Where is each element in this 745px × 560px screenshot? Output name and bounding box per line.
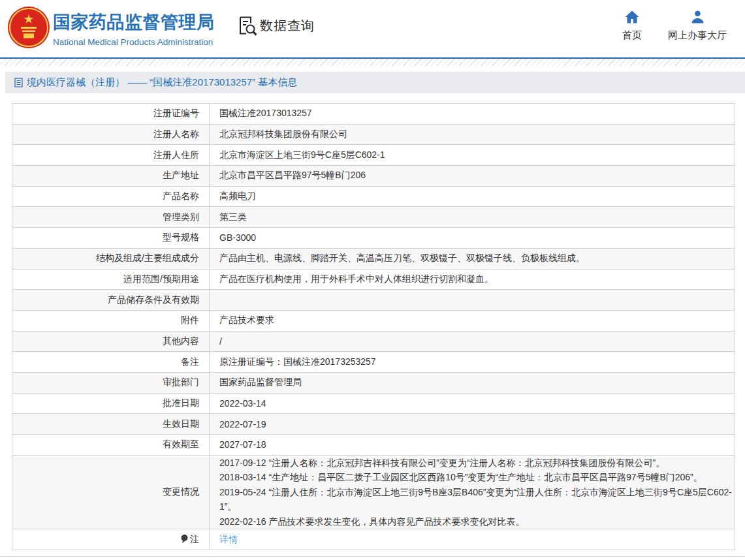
brand: 国家药品监督管理局 National Medical Products Admi… <box>53 10 215 47</box>
detail-link[interactable]: 详情 <box>219 534 238 544</box>
table-row: 管理类别第三类 <box>12 207 735 228</box>
table-row: 适用范围/预期用途产品在医疗机构使用，用于外科手术中对人体组织进行切割和凝血。 <box>12 269 735 290</box>
row-label: 其他内容 <box>12 331 210 352</box>
document-icon <box>14 78 23 87</box>
row-label: 产品名称 <box>12 186 210 207</box>
row-value: GB-3000 <box>210 228 735 249</box>
row-label: 产品储存条件及有效期 <box>12 290 210 311</box>
row-value: 高频电刀 <box>210 186 735 207</box>
page-title-bar: 境内医疗器械（注册） —— “国械注准20173013257” 基本信息 <box>5 72 745 93</box>
row-value: 原注册证编号：国械注准20173253257 <box>210 352 735 373</box>
note-balloon-icon <box>181 535 188 543</box>
change-line: 2018-03-14 “生产地址：昌平区二拨子工业园区北区西路10号”变更为“生… <box>219 470 732 485</box>
table-row: 批准日期2022-03-14 <box>12 393 735 414</box>
site-header: 国家药品监督管理局 National Medical Products Admi… <box>0 0 745 57</box>
nav-service-hall-label[interactable]: 网上办事大厅 <box>661 29 733 42</box>
table-row: 有效期至2027-07-18 <box>12 435 735 456</box>
row-label: 附件 <box>12 310 210 331</box>
row-value: 产品在医疗机构使用，用于外科手术中对人体组织进行切割和凝血。 <box>210 269 735 290</box>
change-line: 2019-05-24 “注册人住所：北京市海淀区上地三街9号B座3层B406”变… <box>219 485 732 514</box>
table-row: 结构及组成/主要组成成分产品由主机、电源线、脚踏开关、高温高压刀笔、双极镊子、双… <box>12 248 735 269</box>
row-label: 注册证编号 <box>12 104 210 125</box>
row-value: 2022-03-14 <box>210 393 735 414</box>
row-label: 变更情况 <box>12 455 210 529</box>
row-value: 产品技术要求 <box>210 310 735 331</box>
change-line: 2022-02-16 产品技术要求发生变化，具体内容见产品技术要求变化对比表。 <box>219 514 732 529</box>
row-value: / <box>210 331 735 352</box>
nmpa-emblem-logo <box>7 5 50 51</box>
table-row: 产品名称高频电刀 <box>12 186 735 207</box>
nav-home-label[interactable]: 首页 <box>612 29 652 42</box>
table-row: 注册证编号国械注准20173013257 <box>12 104 735 125</box>
nav-service-hall[interactable]: 网上办事大厅 <box>661 10 733 42</box>
row-value: 国家药品监督管理局 <box>210 372 735 393</box>
row-label: 注册人住所 <box>12 145 210 166</box>
table-row: 附件产品技术要求 <box>12 310 735 331</box>
data-query-section: 数据查询 <box>236 15 315 37</box>
table-row: 审批部门国家药品监督管理局 <box>12 372 735 393</box>
table-row: 产品储存条件及有效期 <box>12 290 735 311</box>
data-query-icon <box>236 15 258 37</box>
row-value: 北京市海淀区上地三街9号C座5层C602-1 <box>210 145 735 166</box>
row-label: 生产地址 <box>12 166 210 187</box>
row-label: 适用范围/预期用途 <box>12 269 210 290</box>
row-label: 注册人名称 <box>12 124 210 145</box>
table-row-note: 注 详情 <box>12 529 735 550</box>
table-row: 生效日期2022-07-19 <box>12 414 735 435</box>
data-query-label: 数据查询 <box>260 17 315 35</box>
row-value: 产品由主机、电源线、脚踏开关、高温高压刀笔、双极镊子、双极镊子线、负极板线组成。 <box>210 248 735 269</box>
table-row: 其他内容/ <box>12 331 735 352</box>
row-value: 2027-07-18 <box>210 435 735 456</box>
row-label: 批准日期 <box>12 393 210 414</box>
table-row: 注册人名称北京冠邦科技集团股份有限公司 <box>12 124 735 145</box>
nav-home[interactable]: 首页 <box>612 10 652 42</box>
brand-title-cn: 国家药品监督管理局 <box>53 10 215 34</box>
registration-detail-table: 注册证编号国械注准20173013257 注册人名称北京冠邦科技集团股份有限公司… <box>12 103 735 550</box>
row-label: 结构及组成/主要组成成分 <box>12 248 210 269</box>
row-value: 北京市昌平区昌平路97号5幢B门206 <box>210 166 735 187</box>
table-row: 生产地址北京市昌平区昌平路97号5幢B门206 <box>12 166 735 187</box>
home-icon <box>625 10 639 23</box>
row-value: 国械注准20173013257 <box>210 104 735 125</box>
row-value: 第三类 <box>210 207 735 228</box>
hatch-stripe <box>0 59 745 66</box>
row-label: 注 <box>12 529 210 550</box>
change-line: 2017-09-12 “注册人名称：北京冠邦吉祥科技有限公司”变更为“注册人名称… <box>219 456 732 471</box>
row-value <box>210 290 735 311</box>
row-label: 管理类别 <box>12 207 210 228</box>
row-label: 有效期至 <box>12 435 210 456</box>
row-value: 北京冠邦科技集团股份有限公司 <box>210 124 735 145</box>
row-label: 型号规格 <box>12 228 210 249</box>
row-label: 备注 <box>12 352 210 373</box>
row-value: 详情 <box>210 529 735 550</box>
page-title: 境内医疗器械（注册） —— “国械注准20173013257” 基本信息 <box>27 76 297 89</box>
user-icon <box>691 10 705 23</box>
row-label: 审批部门 <box>12 372 210 393</box>
row-label: 生效日期 <box>12 414 210 435</box>
table-row: 备注原注册证编号：国械注准20173253257 <box>12 352 735 373</box>
footer-divider <box>0 556 745 557</box>
table-row: 型号规格GB-3000 <box>12 228 735 249</box>
brand-title-en: National Medical Products Administration <box>53 37 215 47</box>
row-value: 2022-07-19 <box>210 414 735 435</box>
row-value-changes: 2017-09-12 “注册人名称：北京冠邦吉祥科技有限公司”变更为“注册人名称… <box>210 455 735 529</box>
table-row: 注册人住所北京市海淀区上地三街9号C座5层C602-1 <box>12 145 735 166</box>
table-row-changes: 变更情况 2017-09-12 “注册人名称：北京冠邦吉祥科技有限公司”变更为“… <box>12 455 735 529</box>
